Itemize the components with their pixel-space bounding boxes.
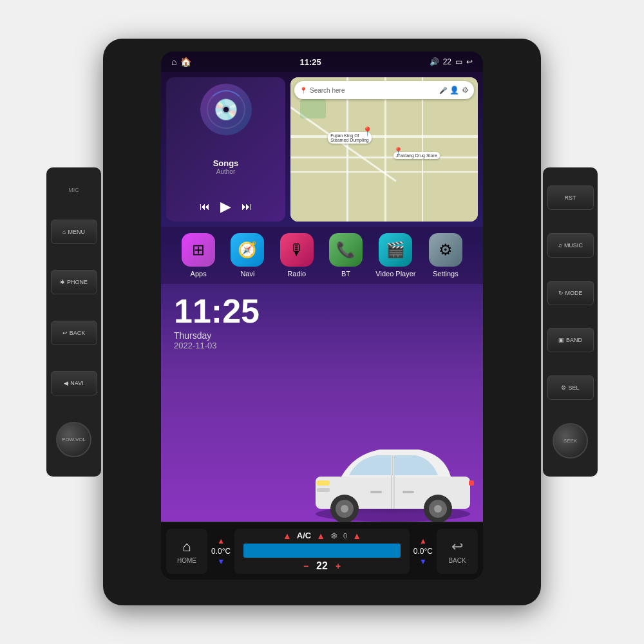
status-right-icons: 🔊 22 ▭ ↩ (430, 57, 473, 66)
navi-side-button[interactable]: ◀ NAVI (51, 371, 97, 395)
svg-rect-13 (317, 488, 330, 492)
bt-icon: 📞 (329, 233, 363, 267)
app-settings[interactable]: ⚙ Settings (426, 233, 465, 278)
song-title: Songs (213, 158, 239, 168)
home-status-icon[interactable]: ⌂ (171, 57, 176, 67)
phone-button[interactable]: ✱ PHONE (51, 270, 97, 294)
mode-button[interactable]: ↻ MODE (547, 281, 594, 305)
fan-value: 0 (343, 532, 347, 540)
music-button[interactable]: ♫ MUSIC (547, 233, 594, 258)
video-label: Video Player (375, 270, 415, 278)
map-marker-2: 📍 (393, 147, 403, 156)
climate-top: ▲ A/C ▲ ❄ 0 ▲ (283, 531, 361, 541)
top-section: 💿 Songs Author ⏮ ▶ ⏭ 📍 (161, 72, 483, 227)
band-icon: ▣ (558, 337, 564, 343)
album-emoji: 💿 (213, 97, 239, 122)
left-temp-up[interactable]: ▲ (217, 536, 225, 545)
app-apps[interactable]: ⊞ Apps (179, 233, 218, 278)
left-temp-control: ▲ 0.0°C ▼ (211, 536, 231, 566)
map-search-bar[interactable]: 📍 Search here 🎤 👤 ⚙ (294, 81, 474, 99)
mic-search-icon[interactable]: 🎤 (439, 87, 447, 94)
back-status-icon[interactable]: ↩ (466, 57, 473, 66)
temp-ac-value: 22 (316, 560, 328, 572)
app-navi[interactable]: 🧭 Navi (228, 233, 267, 278)
svg-point-10 (434, 505, 442, 513)
car-svg-area (303, 419, 483, 522)
navi-label: Navi (240, 270, 254, 278)
back-arrow-icon: ↩ (62, 330, 68, 336)
album-art: 💿 (200, 84, 252, 135)
fan-up-arrow[interactable]: ▲ (352, 531, 361, 541)
back-button-label: BACK (448, 557, 466, 564)
left-knob[interactable]: POW.VOL (56, 422, 91, 457)
car-svg (303, 419, 483, 522)
map-search-text: Search here (310, 87, 437, 94)
settings-icon: ⚙ (429, 233, 462, 267)
svg-rect-12 (469, 480, 474, 486)
big-time: 11:25 (174, 294, 260, 328)
account-icon[interactable]: 👤 (450, 86, 459, 95)
ac-up-arrow[interactable]: ▲ (283, 531, 292, 541)
app-grid: ⊞ Apps 🧭 Navi 🎙 Radio 📞 BT 🎬 Video (161, 227, 483, 284)
map-search-icon: 📍 (299, 87, 307, 94)
menu-button[interactable]: ⌂ MENU (51, 220, 97, 244)
map-widget[interactable]: 📍 Search here 🎤 👤 ⚙ (290, 77, 478, 222)
home-button-icon: ⌂ (182, 538, 191, 555)
mic-label: MIC (68, 187, 79, 193)
mode-icon: ↻ (558, 290, 564, 296)
settings-label: Settings (433, 270, 459, 278)
rst-button[interactable]: RST (547, 185, 594, 210)
right-temp-control: ▲ 0.0°C ▼ (413, 536, 433, 566)
bt-label: BT (341, 270, 350, 278)
settings-map-icon[interactable]: ⚙ (462, 86, 469, 95)
nav-arrow-icon: ◀ (64, 380, 68, 386)
right-temp-up[interactable]: ▲ (419, 536, 427, 545)
volume-icon[interactable]: 🔊 (430, 57, 439, 66)
climate-bottom: − 22 + (303, 560, 341, 572)
car-display (303, 419, 483, 522)
temp-minus-btn[interactable]: − (303, 561, 308, 571)
svg-rect-14 (370, 491, 382, 493)
music-info: Songs Author (213, 158, 239, 175)
svg-rect-15 (402, 491, 414, 493)
right-knob[interactable]: SEEK (553, 423, 588, 459)
app-video[interactable]: 🎬 Video Player (375, 233, 415, 278)
status-time: 11:25 (299, 57, 321, 67)
app-bt[interactable]: 📞 BT (327, 233, 365, 278)
screen-icon[interactable]: ▭ (455, 57, 462, 66)
video-icon: 🎬 (379, 233, 412, 267)
sel-button[interactable]: ⚙ SEL (547, 375, 594, 400)
map-green-area (300, 99, 326, 118)
band-button[interactable]: ▣ BAND (547, 328, 594, 352)
bluetooth-icon: ✱ (60, 279, 65, 285)
status-left-icons: ⌂ 🏠 (171, 57, 191, 67)
map-marker-1: 📍 (362, 126, 373, 137)
prev-button[interactable]: ⏮ (200, 201, 210, 213)
play-button[interactable]: ▶ (220, 198, 231, 215)
left-temp-value: 0.0°C (211, 547, 231, 556)
back-side-button[interactable]: ↩ BACK (51, 321, 97, 345)
left-temp-down[interactable]: ▼ (217, 557, 225, 566)
status-bar: ⌂ 🏠 11:25 🔊 22 ▭ ↩ (161, 52, 483, 72)
home-icon: ⌂ (62, 229, 66, 235)
day-label: Thursday (174, 330, 260, 341)
song-author: Author (213, 168, 239, 175)
app-radio[interactable]: 🎙 Radio (278, 233, 316, 278)
left-side-panel: MIC ⌂ MENU ✱ PHONE ↩ BACK ◀ NAVI POW.VOL (46, 167, 101, 477)
back-button-icon: ↩ (451, 538, 463, 555)
svg-rect-11 (317, 480, 330, 486)
clock-info: 11:25 Thursday 2022-11-03 (174, 294, 260, 350)
battery-value: 22 (443, 57, 451, 66)
right-temp-down[interactable]: ▼ (419, 557, 427, 566)
screen-bezel: ⌂ 🏠 11:25 🔊 22 ▭ ↩ 💿 (161, 52, 483, 580)
apps-status-icon[interactable]: 🏠 (180, 57, 191, 67)
ac-display (243, 544, 401, 558)
back-button[interactable]: ↩ BACK (437, 529, 478, 574)
home-button[interactable]: ⌂ HOME (166, 529, 207, 574)
next-button[interactable]: ⏭ (242, 201, 252, 213)
right-side-panel: RST ♫ MUSIC ↻ MODE ▣ BAND ⚙ SEL SEEK (543, 167, 598, 477)
climate-section: ▲ A/C ▲ ❄ 0 ▲ − 22 + (234, 529, 410, 574)
temp-plus-btn[interactable]: + (336, 561, 341, 571)
ac-up-arrow2[interactable]: ▲ (316, 531, 325, 541)
sel-icon: ⚙ (561, 384, 566, 391)
